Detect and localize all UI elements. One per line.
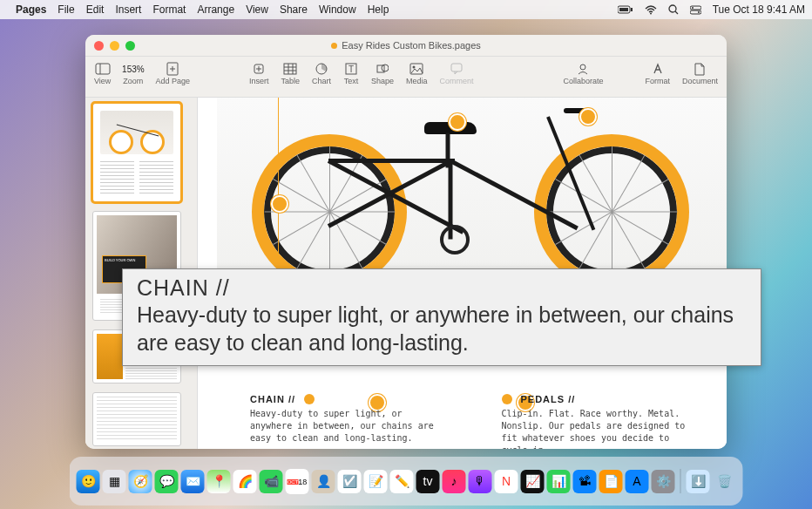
add-page-button[interactable]: Add Page [155, 60, 190, 85]
svg-point-4 [669, 5, 676, 12]
clock[interactable]: Tue Oct 18 9:41 AM [713, 3, 805, 16]
dock-contacts[interactable]: 👤 [312, 470, 335, 493]
dock-facetime[interactable]: 📹 [260, 470, 283, 493]
media-button[interactable]: Media [406, 60, 428, 85]
body-text: Clip-in. Flat. Race worthy. Metal. Nonsl… [502, 408, 693, 449]
svg-rect-1 [619, 8, 628, 11]
dock-appstore[interactable]: A [626, 470, 649, 493]
hover-body: Heavy-duty to super light, or anywhere i… [137, 302, 747, 356]
dock-trash[interactable]: 🗑️ [713, 470, 736, 493]
window-title: Easy Rides Custom Bikes.pages [85, 40, 727, 51]
svg-rect-8 [690, 10, 701, 14]
hover-text-popup: CHAIN // Heavy-duty to super light, or a… [122, 268, 761, 366]
insert-button[interactable]: Insert [249, 60, 269, 85]
dock-freeform[interactable]: ✏️ [390, 470, 414, 493]
menu-insert[interactable]: Insert [115, 3, 141, 16]
callout-marker[interactable] [449, 113, 466, 131]
titlebar: Easy Rides Custom Bikes.pages [85, 35, 727, 57]
column-pedals[interactable]: PEDALS // Clip-in. Flat. Race worthy. Me… [502, 394, 693, 449]
menubar: Pages File Edit Insert Format Arrange Vi… [0, 0, 812, 19]
svg-rect-30 [451, 64, 462, 71]
thumbnail-page-4[interactable]: 4 [92, 392, 181, 446]
comment-button: Comment [440, 60, 474, 85]
dock-downloads[interactable]: ⬇️ [687, 470, 710, 493]
edited-badge [331, 43, 337, 49]
shape-button[interactable]: Shape [371, 60, 394, 85]
svg-rect-18 [284, 64, 296, 74]
marker-icon [304, 394, 315, 404]
svg-point-27 [382, 64, 389, 71]
dock-keynote[interactable]: 📽 [573, 470, 597, 493]
control-center-icon[interactable] [690, 5, 701, 15]
heading: PEDALS // [521, 394, 576, 404]
text-columns: CHAIN // Heavy-duty to super light, or a… [250, 394, 692, 449]
fullscreen-button[interactable] [125, 41, 135, 51]
heading: CHAIN // [250, 394, 295, 404]
pages-window: Easy Rides Custom Bikes.pages View 153%Z… [85, 35, 727, 449]
svg-rect-2 [631, 8, 633, 11]
dock-launchpad[interactable]: ▦ [103, 470, 126, 493]
dock-stocks[interactable]: 📈 [521, 470, 545, 493]
desktop: Pages File Edit Insert Format Arrange Vi… [0, 0, 812, 509]
spotlight-icon[interactable] [668, 4, 679, 15]
minimize-button[interactable] [110, 41, 119, 51]
callout-line [278, 98, 279, 281]
view-button[interactable]: View [94, 60, 111, 85]
format-button[interactable]: Format [645, 60, 670, 85]
body-text: Heavy-duty to super light, or anywhere i… [250, 408, 441, 445]
dock-numbers[interactable]: 📊 [547, 470, 571, 493]
column-chain[interactable]: CHAIN // Heavy-duty to super light, or a… [250, 394, 441, 449]
document-button[interactable]: Document [682, 60, 718, 85]
dock-maps[interactable]: 📍 [207, 470, 231, 493]
dock-mail[interactable]: ✉️ [181, 470, 205, 493]
table-button[interactable]: Table [281, 60, 300, 85]
svg-point-9 [698, 11, 700, 13]
collaborate-button[interactable]: Collaborate [563, 60, 603, 85]
callout-marker[interactable] [579, 108, 597, 126]
menu-file[interactable]: File [58, 3, 74, 16]
dock-separator [680, 469, 681, 493]
thumbnail-page-1[interactable]: 1 [92, 103, 181, 202]
menu-edit[interactable]: Edit [86, 3, 105, 16]
dock-notes[interactable]: 📝 [364, 470, 388, 493]
svg-line-5 [675, 11, 678, 14]
svg-point-31 [580, 64, 585, 70]
toolbar: View 153%Zoom Add Page Insert Table Char… [85, 57, 727, 98]
chart-button[interactable]: Chart [312, 60, 331, 85]
dock-music[interactable]: ♪ [443, 470, 466, 493]
dock-reminders[interactable]: ☑️ [338, 470, 362, 493]
wifi-icon[interactable] [645, 5, 657, 15]
callout-marker[interactable] [271, 195, 288, 213]
dock-podcasts[interactable]: 🎙 [469, 470, 492, 493]
text-button[interactable]: TText [343, 60, 359, 85]
svg-rect-10 [96, 64, 110, 74]
menu-share[interactable]: Share [280, 3, 308, 16]
dock-messages[interactable]: 💬 [155, 470, 179, 493]
svg-rect-6 [690, 6, 701, 10]
svg-point-3 [650, 12, 652, 14]
dock-photos[interactable]: 🌈 [233, 470, 257, 493]
svg-text:T: T [348, 64, 354, 74]
dock-finder[interactable]: 🙂 [77, 470, 100, 493]
svg-point-7 [692, 7, 694, 9]
dock-pages[interactable]: 📄 [599, 470, 623, 493]
svg-point-29 [413, 66, 416, 69]
close-button[interactable] [94, 41, 104, 51]
battery-icon[interactable] [618, 5, 633, 14]
menu-arrange[interactable]: Arrange [197, 3, 234, 16]
menu-format[interactable]: Format [152, 3, 186, 16]
marker-icon [502, 394, 512, 404]
menu-help[interactable]: Help [368, 3, 389, 16]
dock-calendar[interactable]: OCT18 [286, 469, 309, 494]
menu-view[interactable]: View [246, 3, 268, 16]
dock-news[interactable]: N [495, 470, 518, 493]
menu-window[interactable]: Window [319, 3, 356, 16]
dock-settings[interactable]: ⚙️ [652, 470, 675, 493]
dock-tv[interactable]: tv [416, 470, 440, 493]
app-menu[interactable]: Pages [16, 3, 46, 16]
dock: 🙂 ▦ 🧭 💬 ✉️ 📍 🌈 📹 OCT18 👤 ☑️ 📝 ✏️ tv ♪ 🎙 … [70, 457, 743, 506]
hover-heading: CHAIN // [137, 275, 747, 302]
zoom-dropdown[interactable]: 153%Zoom [123, 60, 143, 85]
dock-safari[interactable]: 🧭 [129, 470, 152, 493]
